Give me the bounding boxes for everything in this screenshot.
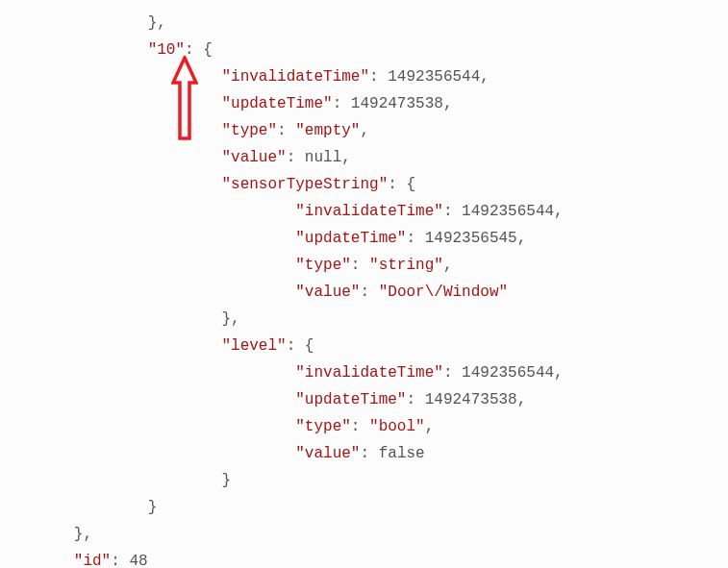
json-key-type: "type" [295,257,351,274]
json-key-invalidateTime: "invalidateTime" [221,68,369,86]
json-value: false [379,445,425,462]
json-value: 1492356544 [462,203,554,220]
json-key-sensorTypeString: "sensorTypeString" [221,176,388,193]
brace-close: } [0,499,157,516]
code-line: }, [0,526,92,543]
json-key-id: "id" [74,553,111,568]
brace-close: }, [0,14,166,32]
code-line: "type": "string", [0,257,452,274]
code-line: "invalidateTime": 1492356544, [0,68,490,86]
code-line: } [0,499,157,516]
json-value: 1492356544 [388,68,480,86]
code-line: "invalidateTime": 1492356544, [0,364,564,382]
code-line: }, [0,14,166,32]
json-key-updateTime: "updateTime" [295,230,406,247]
json-key-value: "value" [221,149,286,166]
json-key-type: "type" [295,418,351,435]
code-line: "id": 48 [0,553,148,568]
code-line: }, [0,310,240,328]
json-key-invalidateTime: "invalidateTime" [295,203,443,220]
json-value: 1492356545 [425,230,517,247]
brace-close: } [0,472,231,489]
code-line: "10": { [0,41,213,59]
code-line: "type": "bool", [0,418,434,435]
code-line: "value": "Door\/Window" [0,284,508,301]
json-key-invalidateTime: "invalidateTime" [295,364,443,382]
code-line: "type": "empty", [0,122,369,139]
json-value: "empty" [295,122,360,139]
code-pre: }, "10": { "invalidateTime": 1492356544,… [0,10,728,568]
json-value: 1492356544 [462,364,554,382]
code-line: "sensorTypeString": { [0,176,415,193]
code-line: "updateTime": 1492356545, [0,230,526,247]
json-value: 48 [129,553,147,568]
json-key-type: "type" [221,122,277,139]
json-value: 1492473538 [351,95,443,112]
json-key-value: "value" [295,284,360,301]
code-line: "invalidateTime": 1492356544, [0,203,564,220]
json-value: "bool" [369,418,425,435]
json-value: 1492473538 [425,391,517,408]
json-value: "string" [369,257,443,274]
code-line: "updateTime": 1492473538, [0,391,526,408]
json-value: null [305,149,341,166]
code-line: "updateTime": 1492473538, [0,95,452,112]
json-value: "Door\/Window" [379,284,508,301]
code-line: "value": null, [0,149,351,166]
json-key-10: "10" [148,41,185,59]
code-line: "value": false [0,445,425,462]
json-key-level: "level" [221,337,286,355]
json-code-block: }, "10": { "invalidateTime": 1492356544,… [0,0,728,568]
json-key-updateTime: "updateTime" [295,391,406,408]
brace-close: }, [0,526,92,543]
json-key-updateTime: "updateTime" [221,95,332,112]
code-line: } [0,472,231,489]
json-key-value: "value" [295,445,360,462]
brace-close: }, [0,310,240,328]
code-line: "level": { [0,337,314,355]
